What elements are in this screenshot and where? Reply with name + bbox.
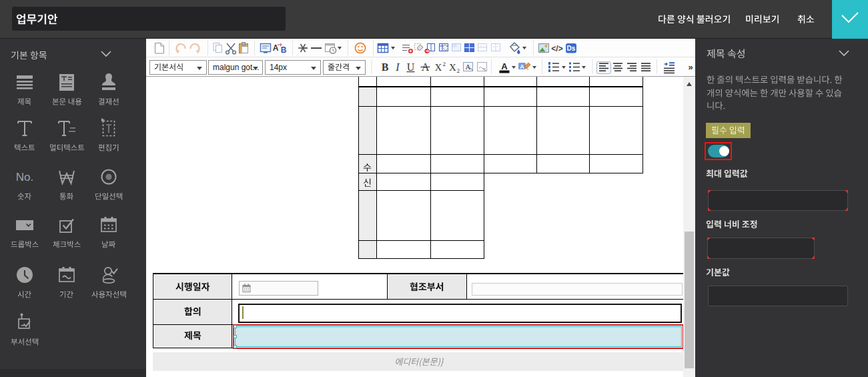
svg-text:B: B xyxy=(281,45,287,55)
svg-text:I: I xyxy=(395,61,400,73)
svg-text:A: A xyxy=(466,63,471,71)
svg-text:A: A xyxy=(501,61,508,71)
svg-text:X: X xyxy=(435,62,442,73)
svg-text:»: » xyxy=(688,62,693,72)
svg-text:U: U xyxy=(407,61,415,73)
svg-text:X: X xyxy=(449,62,456,73)
svg-text:2: 2 xyxy=(443,61,446,67)
svg-text:2: 2 xyxy=(457,67,460,74)
svg-text:Ds: Ds xyxy=(567,45,576,52)
svg-text:</>: </> xyxy=(551,44,562,53)
svg-text:A: A xyxy=(520,63,524,70)
svg-text:No.: No. xyxy=(16,171,33,183)
svg-text:B: B xyxy=(382,61,389,73)
